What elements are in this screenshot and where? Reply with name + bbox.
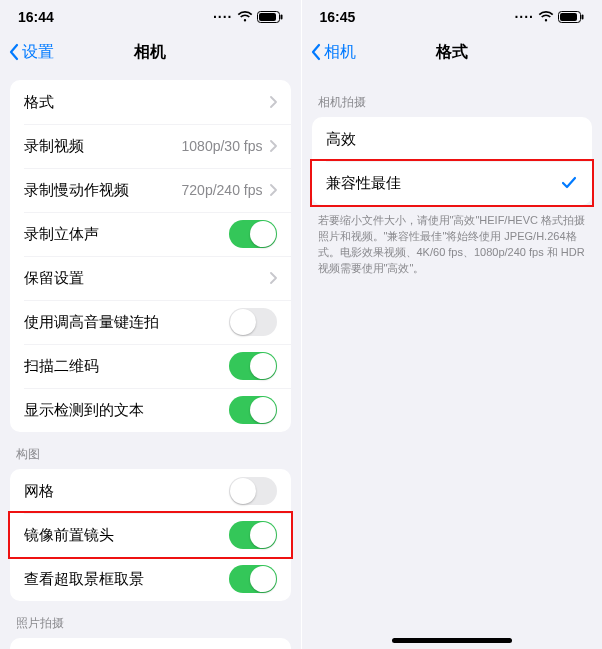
row-label: 镜像前置镜头 (24, 526, 229, 545)
settings-row[interactable]: 镜像前置镜头 (10, 513, 291, 557)
settings-row[interactable]: 高效 (312, 117, 593, 161)
wifi-icon (538, 11, 554, 23)
settings-row[interactable]: 兼容性最佳 (312, 161, 593, 205)
settings-row[interactable]: 摄影风格 (10, 638, 291, 649)
status-time: 16:45 (320, 9, 356, 25)
chevron-left-icon (8, 43, 20, 61)
settings-group-3: 摄影风格 (10, 638, 291, 649)
chevron-right-icon (269, 272, 277, 284)
format-options-group: 高效兼容性最佳 (312, 117, 593, 205)
settings-row[interactable]: 格式 (10, 80, 291, 124)
screen-formats: 16:45 ···· 相机 格式 相机拍摄 高效兼容性最佳 若要缩小文件大小，请… (301, 0, 603, 649)
row-label: 显示检测到的文本 (24, 401, 229, 420)
chevron-right-icon (269, 184, 277, 196)
settings-row[interactable]: 使用调高音量键连拍 (10, 300, 291, 344)
settings-row[interactable]: 录制视频1080p/30 fps (10, 124, 291, 168)
chevron-right-icon (269, 96, 277, 108)
group-header-composition: 构图 (0, 432, 301, 469)
checkmark-icon (560, 174, 578, 192)
cellular-icon: ···· (213, 9, 233, 25)
nav-bar: 设置 相机 (0, 32, 301, 72)
group-header-capture: 相机拍摄 (302, 80, 603, 117)
status-icons: ···· (514, 9, 584, 25)
svg-rect-5 (582, 15, 584, 20)
settings-row[interactable]: 保留设置 (10, 256, 291, 300)
toggle-switch[interactable] (229, 220, 277, 248)
row-label: 录制视频 (24, 137, 182, 156)
toggle-switch[interactable] (229, 565, 277, 593)
home-indicator[interactable] (392, 638, 512, 643)
back-button[interactable]: 设置 (0, 42, 54, 63)
status-icons: ···· (213, 9, 283, 25)
wifi-icon (237, 11, 253, 23)
settings-row[interactable]: 查看超取景框取景 (10, 557, 291, 601)
svg-rect-1 (259, 13, 276, 21)
row-label: 兼容性最佳 (326, 174, 561, 193)
row-label: 录制立体声 (24, 225, 229, 244)
settings-row[interactable]: 显示检测到的文本 (10, 388, 291, 432)
settings-row[interactable]: 扫描二维码 (10, 344, 291, 388)
settings-row[interactable]: 录制慢动作视频720p/240 fps (10, 168, 291, 212)
status-time: 16:44 (18, 9, 54, 25)
screen-camera-settings: 16:44 ···· 设置 相机 格式录制视频1080p/30 fps录制慢动作… (0, 0, 301, 649)
toggle-switch[interactable] (229, 352, 277, 380)
row-label: 查看超取景框取景 (24, 570, 229, 589)
chevron-right-icon (269, 140, 277, 152)
battery-icon (257, 11, 283, 23)
back-label: 相机 (324, 42, 356, 63)
row-label: 保留设置 (24, 269, 269, 288)
back-label: 设置 (22, 42, 54, 63)
status-bar: 16:45 ···· (302, 0, 603, 32)
toggle-switch[interactable] (229, 396, 277, 424)
toggle-switch[interactable] (229, 521, 277, 549)
row-label: 高效 (326, 130, 579, 149)
content-area: 相机拍摄 高效兼容性最佳 若要缩小文件大小，请使用"高效"HEIF/HEVC 格… (302, 72, 603, 649)
row-detail: 720p/240 fps (182, 182, 263, 198)
chevron-left-icon (310, 43, 322, 61)
settings-group-2: 网格镜像前置镜头查看超取景框取景 (10, 469, 291, 601)
svg-rect-2 (280, 15, 282, 20)
row-label: 使用调高音量键连拍 (24, 313, 229, 332)
settings-row[interactable]: 录制立体声 (10, 212, 291, 256)
row-detail: 1080p/30 fps (182, 138, 263, 154)
row-label: 格式 (24, 93, 269, 112)
toggle-switch[interactable] (229, 477, 277, 505)
svg-rect-4 (560, 13, 577, 21)
row-label: 录制慢动作视频 (24, 181, 182, 200)
footnote-text: 若要缩小文件大小，请使用"高效"HEIF/HEVC 格式拍摄照片和视频。"兼容性… (302, 205, 603, 277)
settings-group-1: 格式录制视频1080p/30 fps录制慢动作视频720p/240 fps录制立… (10, 80, 291, 432)
back-button[interactable]: 相机 (302, 42, 356, 63)
row-label: 网格 (24, 482, 229, 501)
battery-icon (558, 11, 584, 23)
nav-bar: 相机 格式 (302, 32, 603, 72)
group-header-photo: 照片拍摄 (0, 601, 301, 638)
toggle-switch[interactable] (229, 308, 277, 336)
cellular-icon: ···· (514, 9, 534, 25)
content-area: 格式录制视频1080p/30 fps录制慢动作视频720p/240 fps录制立… (0, 72, 301, 649)
status-bar: 16:44 ···· (0, 0, 301, 32)
settings-row[interactable]: 网格 (10, 469, 291, 513)
row-label: 扫描二维码 (24, 357, 229, 376)
